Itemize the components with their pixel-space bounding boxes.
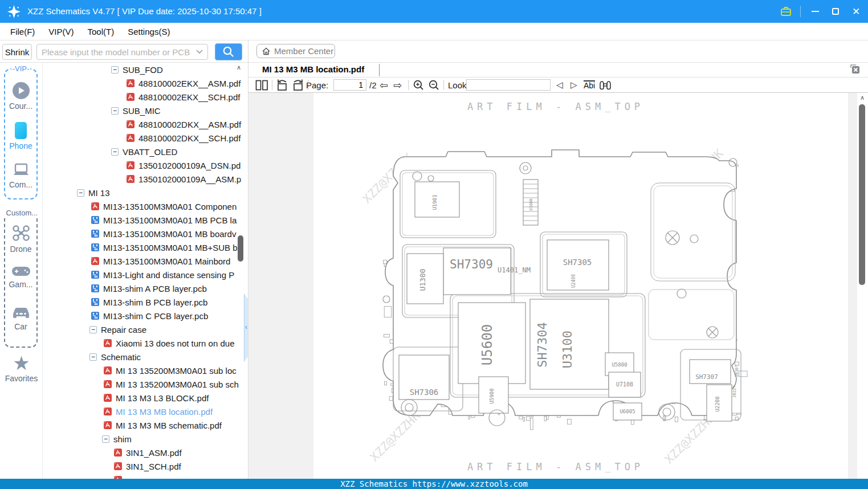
- pdf-file-icon: [126, 79, 135, 88]
- tree-item[interactable]: MI13-135100M3M0A01 Mainbord: [43, 254, 248, 268]
- sidebar-item-favorites[interactable]: ★ Favorites: [0, 353, 43, 383]
- collapse-expander-icon[interactable]: −: [111, 107, 119, 115]
- pdf-scrollbar-thumb[interactable]: [859, 104, 865, 285]
- tree-item[interactable]: MI13-shim C PCB layer.pcb: [43, 309, 248, 323]
- two-page-view-icon[interactable]: [255, 78, 268, 92]
- menu-vip[interactable]: VIP(V): [47, 27, 75, 36]
- tree-item[interactable]: MI13-135100M3M0A01 MB PCB la: [43, 213, 248, 227]
- search-input[interactable]: [42, 45, 193, 59]
- tree-item[interactable]: MI 13 M3 MB location.pdf: [43, 405, 248, 418]
- rotate-left-icon[interactable]: [275, 78, 289, 92]
- tree-folder[interactable]: −Repair case: [43, 323, 248, 336]
- tree-item-label: MI13-135100M3M0A01 MB boardv: [103, 229, 236, 239]
- zoom-in-icon[interactable]: [413, 78, 425, 92]
- tree-item[interactable]: Xiaomi 13 does not turn on due: [43, 336, 248, 350]
- tree-item[interactable]: 3IN1_ASM.pdf: [43, 446, 248, 459]
- tree-item[interactable]: 1350102000109A_DSN.pd: [43, 158, 248, 172]
- tree-folder[interactable]: −SUB_MIC: [43, 104, 248, 117]
- binoculars-icon[interactable]: [598, 78, 612, 92]
- tree-scrollbar-thumb[interactable]: [238, 235, 243, 262]
- tree-item[interactable]: 488100002DKX__SCH.pdf: [43, 131, 248, 145]
- zoom-out-icon[interactable]: [428, 78, 440, 92]
- shrink-button[interactable]: Shrink: [2, 44, 32, 60]
- sidebar-item-car[interactable]: Car: [5, 305, 36, 331]
- tree-item[interactable]: 3IN1_SCH.pdf: [43, 459, 248, 473]
- find-next-icon[interactable]: ▷: [570, 78, 577, 92]
- sidebar-item-phone[interactable]: Phone: [5, 122, 36, 150]
- collapse-expander-icon[interactable]: −: [77, 189, 84, 197]
- tree-folder[interactable]: −shim: [43, 432, 248, 446]
- menu-file[interactable]: File(F): [9, 27, 36, 36]
- previous-page-icon[interactable]: ⇦: [380, 78, 388, 92]
- tree-item-label: MI13-135100M3M0A01 Componen: [103, 202, 237, 211]
- tree-item[interactable]: MI 13 M3 L3 BLOCK.pdf: [43, 391, 248, 405]
- tree-item[interactable]: [43, 473, 248, 479]
- briefcase-icon[interactable]: [780, 5, 792, 18]
- sidebar-item-course[interactable]: Cour...: [5, 82, 36, 111]
- find-previous-icon[interactable]: ◁: [556, 78, 563, 92]
- collapse-expander-icon[interactable]: −: [102, 435, 109, 443]
- search-button[interactable]: [215, 43, 242, 60]
- collapse-expander-icon[interactable]: −: [89, 353, 97, 361]
- tree-item[interactable]: 488100002EKX__SCH.pdf: [43, 90, 248, 104]
- tree-item[interactable]: 488100002EKX__ASM.pdf: [43, 76, 248, 90]
- laptop-icon: [12, 163, 30, 178]
- tree-item-label: Schematic: [101, 352, 141, 362]
- menu-tool[interactable]: Tool(T): [87, 27, 116, 36]
- maximize-button[interactable]: [829, 5, 842, 18]
- rotate-right-icon[interactable]: [291, 78, 305, 92]
- tree-item[interactable]: MI13-shim A PCB layer.pcb: [43, 282, 248, 295]
- pcb-file-icon: [91, 284, 100, 293]
- tree-item[interactable]: MI 13 135200M3M0A01 sub loc: [43, 364, 248, 377]
- tree-item[interactable]: MI13-135100M3M0A01 Componen: [43, 199, 248, 213]
- pdf-scroll-up-icon[interactable]: ∧: [860, 94, 865, 101]
- tree-item[interactable]: MI13-shim B PCB layer.pcb: [43, 295, 248, 309]
- menu-settings[interactable]: Settings(S): [127, 27, 171, 36]
- tab-active[interactable]: MI 13 M3 MB location.pdf: [262, 64, 364, 74]
- tree-item[interactable]: MI13-Light and distance sensing P: [43, 268, 248, 282]
- tree-folder[interactable]: −SUB_FOD: [43, 63, 248, 76]
- member-center-button[interactable]: Member Center: [256, 44, 335, 58]
- computer-label: Com...: [9, 180, 32, 189]
- pdf-scrollbar[interactable]: ∧: [857, 93, 868, 479]
- tree-item-label: MI13-135100M3M0A01 Mainbord: [103, 256, 230, 266]
- collapse-expander-icon[interactable]: −: [111, 148, 119, 156]
- close-tab-icon[interactable]: [849, 63, 861, 76]
- sidebar-item-computer[interactable]: Com...: [5, 163, 36, 189]
- tree-folder[interactable]: −VBATT_OLED: [43, 145, 248, 158]
- tree-item[interactable]: MI 13 M3 MB schematic.pdf: [43, 418, 248, 432]
- tree-item-label: SUB_MIC: [123, 106, 161, 116]
- tree-item[interactable]: MI 13 135200M3M0A01 sub sch: [43, 377, 248, 391]
- lookup-input[interactable]: [466, 79, 551, 91]
- tree-folder[interactable]: −Schematic: [43, 350, 248, 364]
- pdf-file-icon: [126, 174, 135, 184]
- pcb-file-icon: [91, 298, 100, 307]
- tree-scroll-up-icon[interactable]: ∧: [237, 64, 241, 71]
- sidebar-item-game[interactable]: Gam...: [5, 265, 36, 289]
- tree-item[interactable]: MI13-135100M3M0A01 MB+SUB b: [43, 241, 248, 254]
- sidebar-item-drone[interactable]: Drone: [5, 224, 36, 254]
- tree-item[interactable]: 488100002DKX__ASM.pdf: [43, 117, 248, 131]
- minimize-button[interactable]: [809, 5, 821, 18]
- tree-item-label: MI13-Light and distance sensing P: [103, 270, 234, 280]
- page-number-input[interactable]: [333, 79, 366, 91]
- app-logo-icon: [7, 5, 21, 19]
- next-page-icon[interactable]: ⇨: [393, 78, 402, 92]
- collapse-expander-icon[interactable]: −: [111, 66, 119, 74]
- car-label: Car: [14, 322, 27, 331]
- vip-group-label: -VIP-: [11, 64, 31, 73]
- tree-folder[interactable]: −MI 13: [43, 186, 248, 199]
- svg-text:U7108: U7108: [616, 381, 633, 388]
- window-title: XZZ Schematics V4.77 [ VIP Due date: 202…: [27, 0, 262, 23]
- favorites-label: Favorites: [5, 374, 38, 383]
- tree-item[interactable]: 1350102000109A__ASM.p: [43, 172, 248, 186]
- match-case-button[interactable]: Abi: [584, 78, 595, 92]
- tree-item-label: MI 13: [88, 188, 110, 198]
- pdf-toolbar: Page: /2 ⇦ ⇨ Lookup ◁ ▷ Abi: [248, 78, 868, 93]
- collapse-expander-icon[interactable]: −: [89, 326, 97, 333]
- chevron-down-icon[interactable]: [196, 50, 203, 54]
- tree-item[interactable]: MI13-135100M3M0A01 MB boardv: [43, 227, 248, 241]
- close-button[interactable]: ✕: [850, 5, 862, 18]
- pdf-viewer[interactable]: ART FILM - ASM_TOP XZZ@XZZHKXZZ@XZZHKXZZ…: [248, 93, 857, 479]
- tree-item-label: MI13-shim A PCB layer.pcb: [103, 284, 207, 294]
